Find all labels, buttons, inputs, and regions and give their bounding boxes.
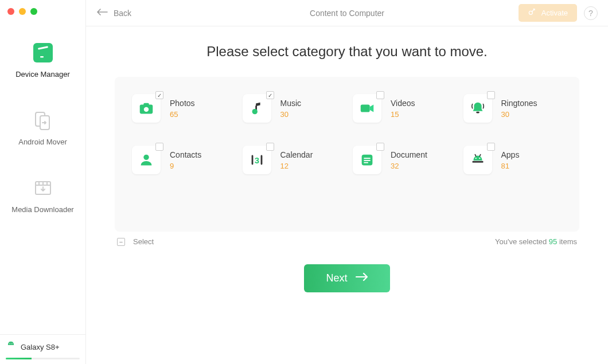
videos-icon — [353, 94, 381, 123]
svg-rect-22 — [260, 155, 262, 165]
selection-summary: − Select You've selected 95 items — [115, 232, 579, 252]
svg-rect-27 — [364, 162, 368, 163]
category-videos[interactable]: Videos15 — [353, 94, 452, 123]
svg-rect-14 — [143, 103, 149, 106]
device-storage-bar — [6, 358, 80, 359]
minimize-window-button[interactable] — [19, 8, 26, 15]
svg-point-15 — [144, 107, 149, 112]
topbar: Back Content to Computer Activate ? — [86, 0, 608, 26]
category-checkbox[interactable] — [487, 91, 495, 99]
next-button[interactable]: Next — [304, 264, 389, 292]
category-checkbox[interactable] — [155, 143, 163, 151]
svg-point-17 — [252, 109, 257, 114]
svg-rect-2 — [40, 56, 44, 58]
svg-point-11 — [11, 343, 12, 344]
arrow-left-icon — [96, 8, 108, 18]
ringtones-icon — [463, 94, 492, 123]
summary-count: 95 — [549, 237, 557, 246]
category-label: Calendar — [280, 150, 313, 159]
window-controls — [0, 0, 85, 21]
sidebar-item-android-mover[interactable]: Android Mover — [18, 110, 67, 146]
category-count: 12 — [280, 162, 313, 170]
svg-point-28 — [475, 158, 476, 159]
category-photos[interactable]: Photos65 — [132, 94, 231, 123]
svg-rect-30 — [472, 161, 483, 163]
category-count: 15 — [391, 110, 415, 119]
category-label: Document — [391, 150, 427, 159]
category-contacts[interactable]: Contacts9 — [132, 146, 231, 174]
summary-prefix: You've selected — [495, 237, 549, 246]
svg-rect-19 — [476, 112, 480, 113]
category-checkbox[interactable] — [266, 143, 274, 151]
sidebar-item-label: Device Manager — [15, 70, 70, 79]
category-label: Ringtones — [501, 99, 537, 108]
document-icon — [353, 146, 381, 174]
category-ringtones[interactable]: Ringtones30 — [463, 94, 563, 123]
maximize-window-button[interactable] — [30, 8, 37, 15]
category-count: 9 — [170, 162, 201, 170]
activate-button[interactable]: Activate — [519, 4, 577, 22]
category-count: 32 — [391, 162, 427, 170]
svg-rect-21 — [251, 155, 253, 165]
category-checkbox[interactable] — [266, 91, 274, 99]
device-name: Galaxy S8+ — [21, 343, 60, 351]
category-count: 81 — [501, 162, 520, 170]
help-button[interactable]: ? — [584, 6, 598, 20]
contacts-icon — [132, 146, 161, 174]
svg-rect-25 — [364, 158, 370, 159]
svg-rect-26 — [364, 160, 370, 161]
category-apps[interactable]: Apps81 — [463, 146, 563, 174]
select-label: Select — [133, 237, 154, 246]
sidebar-item-device-manager[interactable]: Device Manager — [15, 42, 70, 79]
back-button[interactable]: Back — [96, 8, 131, 18]
calendar-icon: 3 — [243, 146, 271, 174]
svg-rect-0 — [33, 43, 53, 62]
category-checkbox[interactable] — [376, 91, 384, 99]
arrow-right-icon — [356, 272, 368, 284]
activate-label: Activate — [541, 9, 568, 17]
android-mover-icon — [32, 110, 53, 131]
category-checkbox[interactable] — [487, 143, 495, 151]
category-count: 30 — [501, 110, 537, 119]
category-calendar[interactable]: 3Calendar12 — [243, 146, 342, 174]
svg-text:3: 3 — [254, 155, 259, 165]
media-downloader-icon — [33, 178, 53, 198]
main-panel: Back Content to Computer Activate ? Plea… — [86, 0, 608, 364]
summary-suffix: items — [557, 237, 577, 246]
instruction-heading: Please select category that you want to … — [206, 44, 488, 60]
music-icon — [243, 94, 271, 123]
sidebar: Device Manager Android Mover Media Downl… — [0, 0, 86, 364]
category-label: Photos — [170, 99, 195, 108]
device-status-bar: Galaxy S8+ — [0, 334, 85, 364]
key-icon — [528, 7, 537, 18]
category-panel: Photos65Music30Videos15Ringtones30Contac… — [115, 77, 579, 232]
next-label: Next — [326, 272, 347, 284]
select-all-toggle[interactable]: − — [117, 238, 125, 246]
sidebar-item-label: Media Downloader — [11, 205, 73, 214]
category-label: Videos — [391, 99, 415, 108]
back-label: Back — [114, 9, 131, 18]
category-document[interactable]: Document32 — [353, 146, 452, 174]
apps-icon — [463, 146, 492, 174]
category-label: Apps — [501, 150, 520, 159]
svg-point-29 — [479, 158, 480, 159]
category-music[interactable]: Music30 — [243, 94, 342, 123]
svg-rect-18 — [361, 104, 370, 112]
close-window-button[interactable] — [7, 8, 14, 15]
sidebar-item-label: Android Mover — [18, 138, 67, 146]
category-label: Music — [280, 99, 302, 108]
svg-point-20 — [143, 155, 149, 160]
category-label: Contacts — [170, 150, 201, 159]
sidebar-item-media-downloader[interactable]: Media Downloader — [11, 178, 73, 214]
device-manager-icon — [33, 42, 53, 63]
page-title: Content to Computer — [310, 9, 384, 18]
android-icon — [6, 340, 16, 353]
category-checkbox[interactable] — [155, 91, 163, 99]
category-count: 30 — [280, 110, 302, 119]
category-checkbox[interactable] — [376, 143, 384, 151]
category-count: 65 — [170, 110, 195, 119]
photos-icon — [132, 94, 161, 123]
svg-point-10 — [9, 343, 10, 344]
